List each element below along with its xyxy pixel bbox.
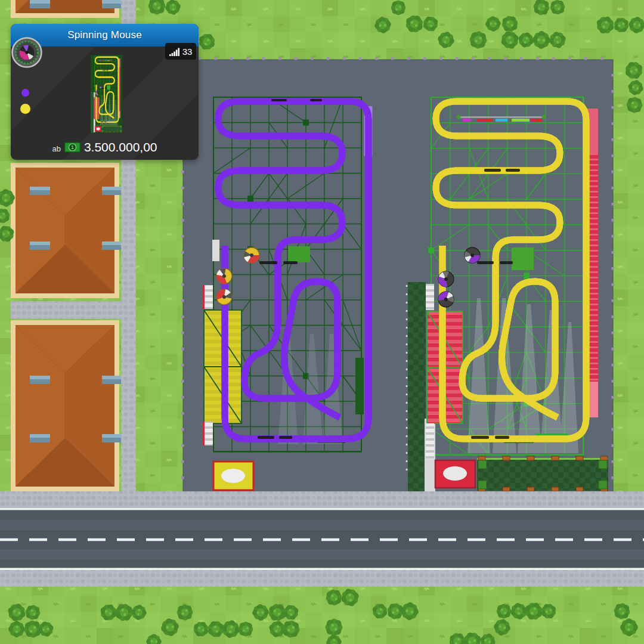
spinning-car — [465, 247, 480, 263]
queue-panel — [212, 240, 219, 261]
fenced-garden — [477, 456, 608, 491]
ride-tooltip: Spinning Mouse 33 ab — [11, 24, 199, 160]
horizontal-path — [11, 301, 121, 319]
price-prefix: ab — [52, 144, 60, 153]
svg-text:1: 1 — [71, 144, 74, 150]
game-viewport: Spinning Mouse 33 ab — [0, 0, 644, 644]
ramp-edge — [203, 422, 205, 445]
spinning-car — [244, 247, 259, 263]
sidewalk-upper — [0, 491, 644, 508]
purple-entrance-building[interactable] — [213, 462, 253, 490]
rating-value: 33 — [182, 47, 193, 57]
ride-title: Spinning Mouse — [67, 29, 142, 41]
money-banknote-icon: 1 — [64, 142, 80, 153]
exit-ramp — [205, 422, 213, 445]
bar-chart-icon — [169, 47, 180, 56]
excitement-badge: 33 — [165, 43, 196, 60]
exit-ramp — [426, 423, 434, 459]
exit-ramp — [426, 284, 434, 310]
sidewalk-lower — [0, 570, 644, 587]
queue-area — [408, 282, 426, 495]
spinning-mouse-ride-icon[interactable] — [11, 37, 42, 68]
color-option-yellow[interactable] — [20, 104, 30, 114]
ride-layout-thumbnail — [91, 55, 122, 133]
price-row: ab 1 3.500.000,00 — [11, 140, 199, 154]
price-value: 3.500.000,00 — [84, 140, 157, 154]
road — [0, 491, 644, 587]
yellow-entrance-building[interactable] — [435, 460, 475, 488]
planter-square — [512, 247, 534, 270]
planter-square — [288, 246, 310, 262]
color-option-purple[interactable] — [21, 89, 29, 97]
exit-ramp — [205, 285, 213, 309]
ramp-edge — [203, 285, 205, 309]
support-beam — [355, 358, 364, 414]
